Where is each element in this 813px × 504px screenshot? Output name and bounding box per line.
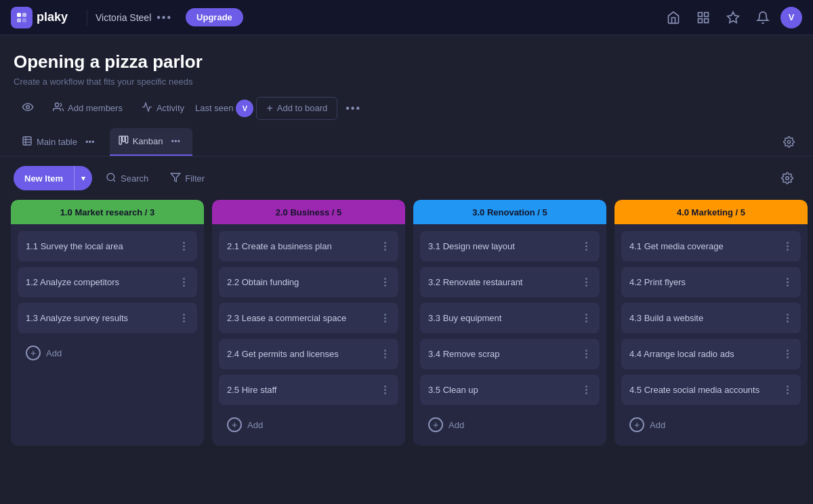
kanban-card-c15[interactable]: 4.2 Print flyers	[621, 267, 801, 297]
card-menu-button-c13[interactable]	[581, 384, 591, 396]
card-menu-button-c12[interactable]	[581, 348, 591, 360]
kanban-card-c12[interactable]: 3.4 Remove scrap	[420, 339, 600, 369]
svg-rect-5	[705, 12, 709, 16]
view-settings-button[interactable]	[778, 131, 799, 153]
tab-main-table[interactable]: Main table •••	[14, 129, 107, 155]
add-members-button[interactable]: Add members	[45, 97, 131, 119]
favorites-icon-button[interactable]	[721, 5, 745, 30]
kanban-card-c8[interactable]: 2.5 Hire staff	[219, 375, 398, 405]
kanban-card-c9[interactable]: 3.1 Design new layout	[420, 231, 600, 261]
add-item-button-col-4[interactable]: +Add	[621, 411, 801, 439]
main-table-more-button[interactable]: •••	[81, 134, 99, 150]
kanban-card-c6[interactable]: 2.3 Lease a commercial space	[219, 303, 398, 333]
kanban-icon	[118, 135, 129, 148]
svg-rect-16	[122, 136, 124, 142]
notifications-icon-button[interactable]	[751, 5, 775, 30]
card-menu-button-c14[interactable]	[783, 240, 793, 252]
card-text-c14: 4.1 Get media coverage	[629, 241, 783, 251]
kanban-card-c5[interactable]: 2.2 Obtain funding	[219, 267, 398, 297]
filter-label: Filter	[185, 173, 205, 184]
search-label: Search	[121, 173, 148, 184]
column-body-1: 1.1 Survey the local area1.2 Analyze com…	[11, 224, 204, 446]
card-menu-button-c7[interactable]	[380, 348, 390, 360]
card-text-c9: 3.1 Design new layout	[428, 241, 581, 251]
card-menu-button-c11[interactable]	[581, 312, 591, 324]
add-to-board-button[interactable]: + Add to board	[256, 97, 337, 120]
card-menu-button-c4[interactable]	[380, 240, 390, 252]
kanban-card-c18[interactable]: 4.5 Create social media accounts	[621, 375, 801, 405]
kanban-card-c4[interactable]: 2.1 Create a business plan	[219, 231, 398, 261]
kanban-board: 1.0 Market research / 31.1 Survey the lo…	[0, 200, 813, 459]
add-item-button-col-1[interactable]: +Add	[18, 339, 197, 367]
card-menu-button-c16[interactable]	[783, 312, 793, 324]
column-header-1: 1.0 Market research / 3	[11, 200, 204, 224]
column-body-4: 4.1 Get media coverage4.2 Print flyers4.…	[614, 224, 808, 446]
svg-rect-7	[705, 18, 709, 22]
user-name-label: Victoria Steel	[96, 12, 151, 23]
kanban-card-c7[interactable]: 2.4 Get permits and licenses	[219, 339, 398, 369]
add-circle-icon-4: +	[629, 417, 644, 432]
view-tabs: Main table ••• Kanban •••	[0, 120, 813, 156]
card-text-c18: 4.5 Create social media accounts	[629, 385, 783, 395]
card-menu-button-c18[interactable]	[783, 384, 793, 396]
last-seen-avatar[interactable]: V	[236, 100, 253, 117]
svg-point-18	[787, 140, 790, 143]
card-text-c16: 4.3 Build a website	[629, 313, 783, 323]
card-text-c6: 2.3 Lease a commercial space	[227, 313, 380, 323]
card-menu-button-c17[interactable]	[783, 348, 793, 360]
home-icon-button[interactable]	[661, 5, 686, 30]
svg-line-20	[113, 180, 115, 182]
kanban-toolbar: New Item ▾ Search Filter	[0, 156, 813, 200]
card-text-c12: 3.4 Remove scrap	[428, 349, 581, 359]
tab-kanban[interactable]: Kanban •••	[110, 128, 192, 156]
kanban-card-c11[interactable]: 3.3 Buy equipment	[420, 303, 600, 333]
card-menu-button-c2[interactable]	[179, 276, 189, 288]
topnav-right-icons: V	[661, 5, 802, 30]
upgrade-button[interactable]: Upgrade	[186, 8, 243, 26]
card-menu-button-c10[interactable]	[581, 276, 591, 288]
add-label-2: Add	[247, 420, 263, 430]
kanban-card-c3[interactable]: 1.3 Analyze survey results	[18, 303, 197, 333]
kanban-card-c16[interactable]: 4.3 Build a website	[621, 303, 801, 333]
card-menu-button-c1[interactable]	[179, 240, 189, 252]
kanban-more-button[interactable]: •••	[167, 133, 184, 149]
kanban-settings-button[interactable]	[775, 166, 799, 190]
user-avatar-button[interactable]: V	[780, 7, 802, 28]
svg-point-10	[55, 103, 58, 106]
logo-text: plaky	[37, 10, 68, 24]
card-text-c1: 1.1 Survey the local area	[26, 241, 179, 251]
card-menu-button-c3[interactable]	[179, 312, 189, 324]
card-menu-button-c15[interactable]	[783, 276, 793, 288]
card-menu-button-c9[interactable]	[581, 240, 591, 252]
kanban-card-c13[interactable]: 3.5 Clean up	[420, 375, 600, 405]
main-table-icon	[22, 135, 33, 148]
toolbar-more-button[interactable]: •••	[340, 100, 367, 117]
kanban-card-c1[interactable]: 1.1 Survey the local area	[18, 231, 197, 261]
kanban-card-c2[interactable]: 1.2 Analyze competitors	[18, 267, 197, 297]
activity-icon	[142, 102, 152, 114]
apps-icon-button[interactable]	[691, 5, 715, 30]
activity-button[interactable]: Activity	[133, 97, 192, 119]
card-menu-button-c5[interactable]	[380, 276, 390, 288]
new-item-button[interactable]: New Item ▾	[14, 166, 92, 190]
add-item-button-col-3[interactable]: +Add	[420, 411, 600, 439]
filter-button[interactable]: Filter	[162, 167, 213, 190]
svg-rect-11	[23, 137, 31, 145]
topnav-more-button[interactable]: •••	[151, 9, 178, 26]
card-text-c17: 4.4 Arrange local radio ads	[629, 349, 783, 359]
activity-label: Activity	[157, 103, 184, 113]
svg-point-19	[107, 173, 114, 181]
card-menu-button-c6[interactable]	[380, 312, 390, 324]
watch-button[interactable]	[14, 96, 42, 120]
kanban-card-c14[interactable]: 4.1 Get media coverage	[621, 231, 801, 261]
add-circle-icon-1: +	[26, 345, 41, 360]
search-icon	[106, 172, 117, 185]
add-members-label: Add members	[68, 103, 123, 113]
search-button[interactable]: Search	[98, 167, 157, 190]
kanban-card-c10[interactable]: 3.2 Renovate restaurant	[420, 267, 600, 297]
logo-icon	[11, 7, 33, 28]
card-menu-button-c8[interactable]	[380, 384, 390, 396]
kanban-card-c17[interactable]: 4.4 Arrange local radio ads	[621, 339, 801, 369]
add-item-button-col-2[interactable]: +Add	[219, 411, 398, 439]
column-body-3: 3.1 Design new layout3.2 Renovate restau…	[413, 224, 606, 446]
